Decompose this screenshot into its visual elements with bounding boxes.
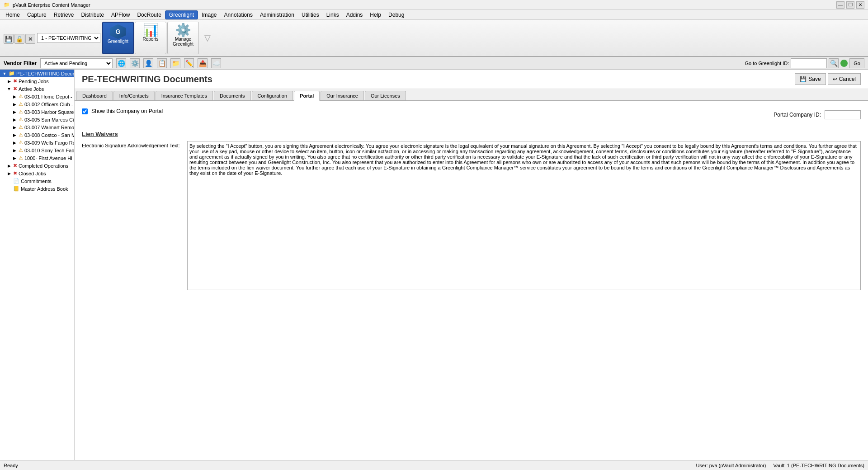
toolbar-icon-5[interactable]: 📁 (170, 58, 180, 68)
go-search-icon[interactable]: 🔍 (829, 58, 839, 68)
ribbon-icons-row: 💾 🔓 ✕ (4, 32, 35, 44)
menu-item-retrieve[interactable]: Retrieve (50, 11, 78, 19)
sidebar-item-job-003[interactable]: ▶ ⚠ 03-003 Harbor Square (0, 108, 74, 116)
sidebar-item-job-005[interactable]: ▶ ⚠ 03-005 San Marcos Cit (0, 116, 74, 123)
unlock-small-button[interactable]: 🔓 (14, 34, 24, 44)
sidebar-item-active-jobs[interactable]: ▼ ✖ Active Jobs (0, 85, 74, 93)
toolbar-icon-6[interactable]: ✏️ (184, 58, 194, 68)
close-small-button[interactable]: ✕ (25, 34, 35, 44)
save-button[interactable]: 💾 Save (795, 73, 826, 85)
save-icon: 💾 (800, 76, 807, 82)
vendor-filter-label: Vendor Filter (4, 60, 37, 66)
sidebar-item-pending-jobs[interactable]: ▶ ✖ Pending Jobs (0, 77, 74, 85)
toolbar: Vendor Filter Active and Pending Active … (0, 57, 868, 70)
warn-icon-009: ⚠ (19, 140, 23, 146)
manage-greenlight-button[interactable]: ⚙️ Manage Greenlight (167, 22, 199, 54)
sidebar-item-job-002[interactable]: ▶ ⚠ 03-002 Officers Club - (0, 100, 74, 108)
toolbar-icon-3[interactable]: 👤 (143, 58, 153, 68)
greenlight-button[interactable]: G Greenlight (102, 22, 134, 54)
menu-item-administration[interactable]: Administration (256, 11, 298, 19)
warn-icon-002: ⚠ (19, 101, 23, 107)
sidebar-item-job-009[interactable]: ▶ ⚠ 03-009 Wells Fargo Re (0, 139, 74, 146)
save-small-button[interactable]: 💾 (4, 34, 14, 44)
menu-item-docroute[interactable]: DocRoute (133, 11, 165, 19)
sidebar-item-job-008[interactable]: ▶ ⚠ 03-008 Costco - San M (0, 131, 74, 139)
close-button[interactable]: ✕ (856, 1, 864, 9)
sidebar-item-job-1000[interactable]: ▶ ⚠ 1000- First Avenue Hi (0, 154, 74, 162)
menu-item-distribute[interactable]: Distribute (77, 11, 108, 19)
menu-item-help[interactable]: Help (366, 11, 385, 19)
ribbon-dropdown-arrow: ▽ (204, 33, 211, 43)
show-company-row: Show this Company on Portal (82, 108, 163, 114)
menu-item-home[interactable]: Home (2, 11, 24, 19)
reports-button[interactable]: 📊 Reports (135, 22, 166, 54)
go-input[interactable] (791, 58, 827, 68)
status-filter-dropdown[interactable]: Active and Pending Active Pending Comple… (40, 58, 113, 68)
menu-item-image[interactable]: Image (198, 11, 220, 19)
warn-icon-007: ⚠ (19, 124, 23, 130)
menu-bar: HomeCaptureRetrieveDistributeAPFlowDocRo… (0, 10, 868, 20)
sidebar-item-master-address[interactable]: 📒 Master Address Book (0, 185, 74, 193)
toolbar-icon-8[interactable]: ☁️ (211, 58, 221, 68)
go-button[interactable]: Go (849, 58, 864, 68)
tab-portal[interactable]: Portal (294, 91, 320, 101)
document-selector[interactable]: 1 - PE-TECHWRITING Documer (37, 33, 100, 43)
content-header: PE-TECHWRITING Documents 💾 Save ↩ Cancel (75, 70, 868, 89)
menu-item-links[interactable]: Links (323, 11, 343, 19)
toolbar-icon-1[interactable]: 🌐 (116, 58, 126, 68)
sidebar-item-closed-jobs[interactable]: ▶ ✖ Closed Jobs (0, 169, 74, 177)
tab-bar: Dashboard Info/Contacts Insurance Templa… (75, 89, 868, 101)
content-panel: PE-TECHWRITING Documents 💾 Save ↩ Cancel… (75, 70, 868, 460)
portal-company-id-row: Portal Company ID: (774, 110, 861, 119)
status-select[interactable]: Active and Pending Active Pending Comple… (40, 58, 113, 68)
menu-item-apflow[interactable]: APFlow (108, 11, 133, 19)
title-bar: 📁 pVault Enterprise Content Manager — ❐ … (0, 0, 868, 10)
esig-label: Electronic Signature Acknowledgement Tex… (82, 143, 180, 148)
portal-company-id-input[interactable] (825, 110, 861, 119)
menu-item-greenlight[interactable]: Greenlight (165, 10, 198, 19)
vault-info: Vault: 1 (PE-TECHWRITING Documents) (774, 463, 865, 468)
warn-icon-1000: ⚠ (19, 155, 23, 161)
tab-documents[interactable]: Documents (214, 91, 251, 100)
show-company-checkbox[interactable] (82, 108, 88, 114)
manage-greenlight-icon: ⚙️ (175, 24, 191, 37)
go-section: Go to Greenlight ID: 🔍 Go (745, 58, 864, 68)
ribbon: 💾 🔓 ✕ 1 - PE-TECHWRITING Documer G Green… (0, 20, 868, 57)
sidebar-item-job-010[interactable]: ▶ ⚠ 03-010 Sony Tech Fab (0, 146, 74, 154)
menu-item-debug[interactable]: Debug (385, 11, 408, 19)
sidebar-item-root[interactable]: ▼ 📁 PE-TECHWRITING Documents (0, 70, 74, 77)
tab-our-insurance[interactable]: Our Insurance (321, 91, 364, 100)
cancel-button[interactable]: ↩ Cancel (828, 73, 861, 85)
minimize-button[interactable]: — (836, 1, 844, 9)
tab-content-area: Show this Company on Portal Portal Compa… (75, 101, 868, 460)
toolbar-icon-4[interactable]: 📋 (157, 58, 167, 68)
tab-insurance-templates[interactable]: Insurance Templates (156, 91, 213, 100)
menu-item-capture[interactable]: Capture (24, 11, 50, 19)
menu-item-addins[interactable]: Addins (343, 11, 367, 19)
sidebar-item-completed-ops[interactable]: ▶ ✖ Completed Operations (0, 162, 74, 169)
greenlight-icon: G (111, 24, 125, 39)
app-title: 📁 pVault Enterprise Content Manager (4, 2, 90, 8)
ribbon-button-group: G Greenlight 📊 Reports ⚙️ Manage Greenli… (102, 22, 199, 54)
toolbar-icon-7[interactable]: 📤 (198, 58, 208, 68)
sidebar: ▼ 📁 PE-TECHWRITING Documents ▶ ✖ Pending… (0, 70, 75, 460)
menu-item-utilities[interactable]: Utilities (298, 11, 323, 19)
sidebar-item-job-007[interactable]: ▶ ⚠ 03-007 Walmart Remo (0, 123, 74, 131)
warn-icon-003: ⚠ (19, 109, 23, 115)
esig-textarea[interactable] (187, 141, 861, 290)
closed-icon: ✖ (13, 170, 17, 176)
lien-waivers-title: Lien Waivers (82, 131, 861, 137)
warn-icon-001: ⚠ (19, 94, 23, 99)
tab-info-contacts[interactable]: Info/Contacts (113, 91, 155, 100)
ribbon-top: 💾 🔓 ✕ 1 - PE-TECHWRITING Documer G Green… (4, 22, 864, 54)
toolbar-icon-2[interactable]: ⚙️ (130, 58, 140, 68)
tab-dashboard[interactable]: Dashboard (76, 91, 113, 100)
cancel-icon: ↩ (833, 76, 837, 82)
tab-configuration[interactable]: Configuration (252, 91, 293, 100)
commitments-icon: 📄 (13, 178, 19, 184)
sidebar-item-job-001[interactable]: ▶ ⚠ 03-001 Home Depot - (0, 93, 74, 100)
menu-item-annotations[interactable]: Annotations (221, 11, 256, 19)
restore-button[interactable]: ❐ (846, 1, 854, 9)
tab-our-licenses[interactable]: Our Licenses (365, 91, 406, 100)
sidebar-item-commitments[interactable]: 📄 Commitments (0, 177, 74, 185)
